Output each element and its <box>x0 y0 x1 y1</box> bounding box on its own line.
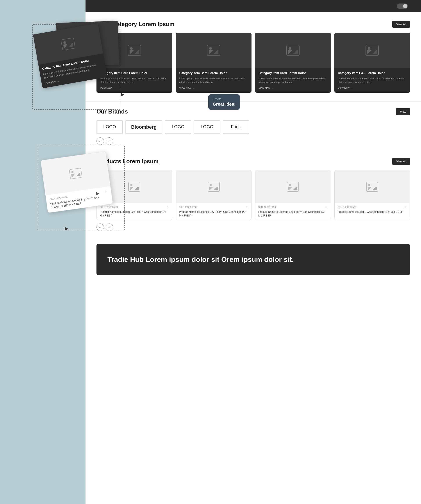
brand-logo-2: LOGO <box>165 120 191 134</box>
brand-bloomberg: Bloomberg <box>125 120 162 134</box>
image-placeholder-icon-1 <box>128 45 141 56</box>
brands-grid: LOGO Bloomberg LOGO LOGO For... <box>97 120 410 134</box>
product-image-4 <box>335 170 410 203</box>
product-meta-2: SKU: 10SCF0650F ☆ Product Name ie:Extend… <box>176 203 251 220</box>
product-sku-4: SKU: 10SCF0650F ☆ <box>338 205 407 209</box>
card-desc-2: Lorem ipsum dolor sit amet conse ctetur.… <box>179 77 248 84</box>
cursor-arrow-1: ▶ <box>121 92 124 97</box>
brands-view-button[interactable]: View <box>396 108 410 115</box>
floating-image-icon-1 <box>61 37 76 51</box>
category-card-2[interactable]: Category Item Card Lorem Dolor Lorem ips… <box>176 33 252 93</box>
card-link-2[interactable]: View Now → <box>179 87 248 90</box>
brand-logo-1: LOGO <box>97 120 123 134</box>
cursor-product-arrow: ▶ <box>96 191 99 196</box>
card-link-3[interactable]: View Now → <box>258 87 327 90</box>
floating-category-card-1: Category Item Card Lorem Dolor Lorem ips… <box>33 23 107 88</box>
shop-category-section: Shop Category Lorem Ipsum View All Categ… <box>85 12 421 102</box>
wishlist-star-4[interactable]: ☆ <box>404 205 407 209</box>
emote-text: Great Idea! <box>213 102 236 107</box>
card-image-3 <box>255 33 331 68</box>
shop-section-header: Shop Category Lorem Ipsum View All <box>97 21 410 28</box>
product-image-3 <box>255 170 331 203</box>
toggle-switch[interactable] <box>397 4 408 9</box>
products-view-all-button[interactable]: View All <box>392 158 410 165</box>
tradie-hub-title: Tradie Hub Lorem ipsum dolor sit Orem ip… <box>107 255 399 264</box>
product-name-3: Product Name ie:Extendo Ezy Flex™ Gas Co… <box>258 210 328 218</box>
floating-wishlist-star[interactable]: ☆ <box>104 189 108 193</box>
product-img-icon-3 <box>287 182 299 192</box>
card-body-2: Category Item Card Lorem Dolor Lorem ips… <box>176 68 252 93</box>
product-sku-3: SKU: 10SCF0650F ☆ <box>258 205 328 209</box>
card-title-3: Category Item Card Lorem Dolor <box>258 71 327 75</box>
card-title-2: Category Item Card Lorem Dolor <box>179 71 248 75</box>
card-body-4: Category Item Ca... Lorem Dolor Lorem ip… <box>334 68 410 93</box>
product-img-icon-1 <box>128 182 140 192</box>
product-name-2: Product Name ie:Extendo Ezy Flex™ Gas Co… <box>179 210 248 218</box>
product-sku-2: SKU: 10SCF0650F ☆ <box>179 205 248 209</box>
product-meta-4: SKU: 10SCF0650F ☆ Product Name ie:Exter.… <box>335 203 410 216</box>
brand-logo-3: LOGO <box>194 120 220 134</box>
product-meta-3: SKU: 10SCF0650F ☆ Product Name ie:Extend… <box>255 203 331 220</box>
brand-for: For... <box>223 120 249 134</box>
product-card-3[interactable]: SKU: 10SCF0650F ☆ Product Name ie:Extend… <box>255 170 331 220</box>
emote-tooltip: Emote Great Idea! <box>208 94 240 110</box>
card-desc-3: Lorem ipsum dolor sit amet conse ctetur.… <box>258 77 327 84</box>
product-img-icon-4 <box>366 182 378 192</box>
brands-prev-button[interactable]: ← <box>97 137 104 145</box>
image-placeholder-icon-3 <box>286 45 299 56</box>
wishlist-star-2[interactable]: ☆ <box>245 205 248 209</box>
product-name-4: Product Name ie:Exter... Gas Connector 1… <box>338 210 407 214</box>
cursor-arrow-2: ▶ <box>65 226 68 231</box>
wishlist-star-3[interactable]: ☆ <box>325 205 328 209</box>
card-image-2 <box>176 33 252 68</box>
products-section-header: Products Lorem Ipsum View All <box>97 158 410 165</box>
brands-section: Our Brands View LOGO Bloomberg LOGO LOGO… <box>85 102 421 151</box>
products-section: Products Lorem Ipsum View All SKU: 10SCF… <box>85 151 421 238</box>
brands-next-button[interactable]: → <box>106 137 113 145</box>
floating-product-img-icon <box>69 168 82 179</box>
image-placeholder-icon-2 <box>207 45 220 56</box>
shop-view-all-button[interactable]: View All <box>392 21 410 28</box>
emote-label: Emote <box>213 97 236 101</box>
floating-product-card: SKU: 10SCF0650F ☆ Product Name ie:Extend… <box>41 151 113 213</box>
brands-section-header: Our Brands View <box>97 108 410 115</box>
card-link-4[interactable]: View Now → <box>338 87 407 90</box>
card-body-3: Category Item Card Lorem Dolor Lorem ips… <box>255 68 331 93</box>
product-card-4[interactable]: SKU: 10SCF0650F ☆ Product Name ie:Exter.… <box>334 170 410 220</box>
products-grid: SKU: 10SCF0650F ☆ Product Name ie:Extend… <box>97 170 410 220</box>
products-carousel-nav: ← → <box>97 223 410 231</box>
category-cards-grid: Category Item Card Lorem Dolor Lorem ips… <box>97 33 410 93</box>
tradie-hub-section: Tradie Hub Lorem ipsum dolor sit Orem ip… <box>97 244 410 275</box>
card-image-4 <box>334 33 410 68</box>
product-card-2[interactable]: SKU: 10SCF0650F ☆ Product Name ie:Extend… <box>176 170 252 220</box>
brands-carousel-nav: ← → <box>97 137 410 145</box>
category-card-4[interactable]: Category Item Ca... Lorem Dolor Lorem ip… <box>334 33 410 93</box>
category-card-3[interactable]: Category Item Card Lorem Dolor Lorem ips… <box>255 33 331 93</box>
card-desc-4: Lorem ipsum dolor sit amet conse ctetur.… <box>338 77 407 84</box>
card-title-4: Category Item Ca... Lorem Dolor <box>338 71 407 75</box>
image-placeholder-icon-4 <box>366 45 379 56</box>
top-bar <box>85 0 421 12</box>
main-content: Shop Category Lorem Ipsum View All Categ… <box>85 0 421 504</box>
product-img-icon-2 <box>208 182 220 192</box>
product-image-2 <box>176 170 251 203</box>
wishlist-star-1[interactable]: ☆ <box>166 205 169 209</box>
